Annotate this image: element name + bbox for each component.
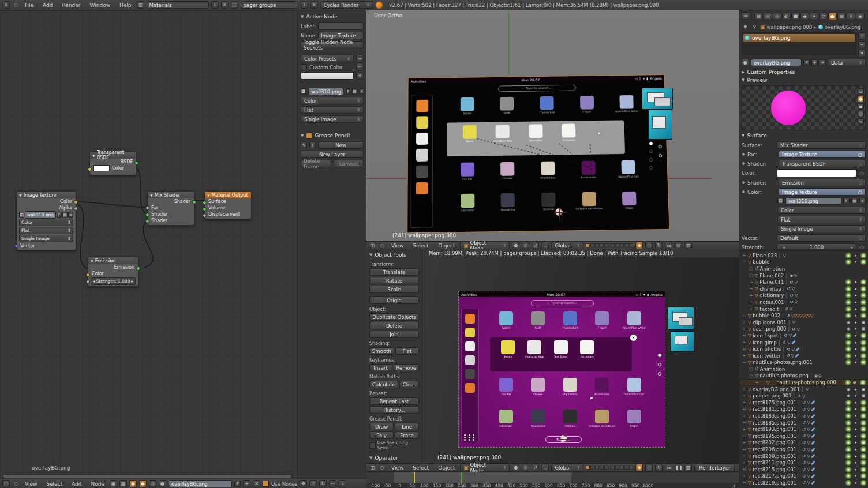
unlink-image-button[interactable]: ✕	[360, 88, 364, 95]
app-icon[interactable]: Cheese	[527, 378, 549, 396]
surface-input-socket[interactable]	[203, 201, 207, 205]
renderable-camera-icon[interactable]: ▣	[860, 426, 866, 432]
image-option-select[interactable]: Color⇕	[301, 97, 364, 104]
expand-toggle[interactable]: +	[742, 447, 747, 452]
header-color-swatch[interactable]	[301, 72, 354, 80]
expand-toggle[interactable]: +	[742, 353, 747, 358]
selectable-cursor-icon[interactable]: ▸	[853, 480, 859, 486]
shader-output-socket[interactable]	[192, 200, 196, 204]
visibility-eye-icon[interactable]: ◉	[845, 340, 851, 346]
gp-line-button[interactable]: Line	[395, 423, 419, 430]
custom-color-checkbox[interactable]	[301, 64, 307, 70]
unlink-image-button[interactable]: ✕	[859, 198, 866, 204]
sketching-session-checkbox[interactable]	[369, 442, 376, 449]
preview-cube-icon[interactable]: ◼	[858, 103, 864, 110]
visibility-eye-icon[interactable]: ◉	[845, 292, 851, 298]
outliner-row[interactable]: ○ ▽ Plane.002 | ↺ ▽ ◉◎ ▽▽▽▽▽▽▽▽ ◉ ▸ ▣	[739, 272, 868, 279]
expand-toggle[interactable]: +	[742, 480, 747, 485]
selectable-cursor-icon[interactable]: ▸	[853, 292, 859, 298]
unlink-material-button[interactable]: ✕	[253, 480, 260, 487]
insert-keyframe-button[interactable]: Insert	[369, 364, 392, 371]
selectable-cursor-icon[interactable]: ▸	[853, 306, 859, 312]
selectable-cursor-icon[interactable]: ▸	[853, 253, 859, 258]
join-button[interactable]: Join	[369, 331, 419, 338]
delete-button[interactable]: Delete	[369, 322, 419, 329]
expand-toggle[interactable]: +	[742, 347, 747, 352]
active-node-panel-header[interactable]: ▼Active Node	[301, 13, 364, 21]
outliner-row[interactable]: + ▽ rect8211.png.001 | ↺ ▽ ◉◎ ▽▽▽▽▽▽▽▽ ◉…	[739, 459, 868, 466]
renderable-camera-icon[interactable]: ▣	[860, 406, 866, 412]
app-icon[interactable]: F-Spot	[591, 311, 613, 329]
emission-output-socket[interactable]	[136, 266, 140, 271]
workspace-thumbnail[interactable]	[648, 110, 672, 140]
renderable-camera-icon[interactable]: ▣	[860, 400, 866, 406]
selectable-cursor-icon[interactable]: ▸	[853, 420, 859, 426]
gp-new-layer-button[interactable]: New Layer	[301, 151, 364, 158]
menu-item[interactable]: Select	[410, 243, 432, 249]
renderable-camera-icon[interactable]: ▣	[860, 259, 866, 265]
app-grid-button[interactable]	[464, 434, 476, 441]
open-image-button[interactable]: ▤	[352, 88, 357, 95]
outliner-row[interactable]: + ▽ rect8175.png.001 | ↺ ▽ ◉◎ ▽▽▽▽▽▽▽▽ ◉…	[739, 399, 868, 406]
properties-tab[interactable]: ◉	[856, 13, 865, 20]
properties-tab[interactable]: ■	[791, 13, 800, 20]
expand-toggle[interactable]: +	[742, 420, 747, 425]
strength-socket-icon[interactable]: ○	[858, 243, 866, 249]
color-socket-icon[interactable]: ○	[858, 170, 866, 177]
render-anim-icon[interactable]: ⚏	[665, 242, 672, 249]
outliner-row[interactable]: − ▽ bubble | ↺ ▽ ◉◎ ▽▽▽▽▽▽▽▽ ◉ ▸ ▣	[739, 259, 868, 266]
app-icon[interactable]: Thunderbird	[559, 311, 581, 329]
bsdf-output-socket[interactable]	[134, 161, 139, 165]
selectable-cursor-icon[interactable]: ▸	[853, 400, 859, 406]
color-swatch[interactable]	[777, 169, 856, 177]
selectable-cursor-icon[interactable]: ▸	[852, 380, 858, 385]
snap-magnet-icon[interactable]: ◈	[635, 464, 643, 471]
selectable-cursor-icon[interactable]: ▸	[853, 320, 859, 325]
expand-toggle[interactable]: +	[742, 393, 747, 399]
duplicate-button[interactable]: Duplicate Objects	[369, 313, 419, 321]
expand-toggle[interactable]: +	[742, 467, 747, 472]
renderable-camera-icon[interactable]: ▣	[860, 460, 866, 466]
open-image-button[interactable]: ▤	[851, 198, 858, 204]
collapse-menu-icon[interactable]: ○	[12, 480, 20, 487]
outliner-row[interactable]: + ▽ rect8195.png.001 | ↺ ▽ ◉◎ ▽▽▽▽▽▽▽▽ ◉…	[739, 433, 868, 440]
scene-icon[interactable]: ⬚	[231, 1, 238, 9]
app-icon[interactable]: Pidgin	[623, 410, 645, 427]
color-swatch[interactable]	[93, 165, 110, 171]
bluetooth-icon[interactable]: ᛒ	[639, 292, 642, 296]
manipulator-icon[interactable]: ⇄	[532, 464, 539, 471]
folder-app-icon[interactable]: Character Map	[525, 340, 545, 371]
outliner-row[interactable]: + ▽ dash.png.000 | ↺ ▽ ◉◎ ▽▽▽▽▽▽▽▽ ◉ ▸ ▣	[739, 326, 868, 333]
outliner-row[interactable]: + ▽ icon photos | ↺ ▽ ◉◎ ▽▽▽▽▽▽▽▽ ◉ ▸ ▣	[739, 346, 868, 352]
color2-input-link[interactable]: Image Texture○	[779, 188, 866, 196]
workspace-thumbnail[interactable]	[642, 88, 673, 110]
fac-input-socket[interactable]	[145, 206, 149, 210]
color-output-socket[interactable]	[74, 200, 78, 204]
image-option-select[interactable]: Color⇕	[777, 207, 866, 214]
origin-button[interactable]: Origin	[369, 296, 419, 304]
outliner-row[interactable]: + ▽ pointer.png.001 | ↺ ▽ ◉◎ ▽▽▽▽▽▽▽▽ ◉ …	[739, 392, 868, 399]
renderable-camera-icon[interactable]: ▣	[860, 353, 866, 359]
fake-user-button[interactable]: F	[346, 88, 350, 95]
node-dropdown[interactable]: Flat⇕	[19, 227, 73, 234]
app-icon[interactable]: Terminal	[559, 410, 581, 427]
remove-keyframe-button[interactable]: Remove	[394, 364, 420, 371]
node-editor-hscrollbar[interactable]	[2, 474, 294, 478]
pause-render-icon[interactable]: ❚❚	[675, 464, 682, 471]
app-icon[interactable]: Calculator	[495, 410, 517, 427]
custom-properties-panel-header[interactable]: ▶Custom Properties	[742, 68, 866, 76]
image-icon[interactable]: 🖽	[777, 198, 784, 204]
properties-tab[interactable]: ●	[828, 13, 837, 20]
preview-monkey-icon[interactable]: ☺	[858, 111, 864, 117]
layer-buttons[interactable]	[611, 466, 633, 470]
outliner-row[interactable]: + ▽ Plane.011 | ↺ ▽ ◉◎ ▽▽▽▽▽▽▽▽ ◉ ▸ ▣	[739, 279, 868, 286]
outliner-row[interactable]: + ▽ bubble.002 | ↺ ▽ ◉◎ ▽▽▽▽▽▽▽▽ ◉ ▸ ▣	[739, 312, 868, 319]
render-image-icon[interactable]: ▤	[675, 242, 682, 249]
expand-toggle[interactable]: +	[742, 440, 747, 445]
gp-convert-button[interactable]: Convert	[334, 160, 364, 167]
node-editor-canvas[interactable]: ▼Image Texture Color Alpha 🖽wall310.pngF…	[0, 10, 297, 479]
delete-screen-icon[interactable]: ✕	[221, 1, 229, 9]
visibility-eye-icon[interactable]: ◉	[845, 453, 851, 459]
renderable-camera-icon[interactable]: ▣	[860, 313, 866, 318]
outliner-row[interactable]: ○ ▽ nautilus-photos.png | ↺ ▽ ◉◎ ▽▽▽▽▽▽▽…	[739, 373, 868, 380]
